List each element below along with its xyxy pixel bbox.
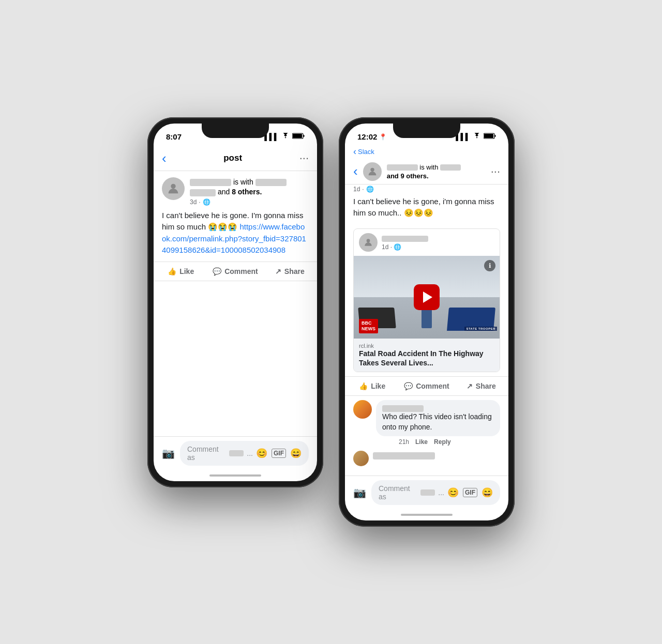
emoji-comment-icon-1[interactable]: 😊 [256, 448, 267, 459]
wifi-icon-1 [281, 133, 290, 141]
comment-button-1[interactable]: 💬 Comment [208, 263, 262, 280]
commenter-avatar-2 [353, 451, 369, 466]
action-bar-2: 👍 Like 💬 Comment ↗ Share [345, 376, 508, 396]
reply-button[interactable]: Reply [434, 438, 451, 446]
svg-point-8 [367, 239, 370, 242]
comment-icons-1: 😊 GIF 😄 [256, 448, 302, 459]
svg-point-7 [370, 167, 374, 171]
camera-icon-1[interactable]: 📷 [162, 447, 175, 459]
nav-and-text-2: nd [390, 172, 399, 180]
shared-post-header: 1d · 🌐 [354, 229, 500, 256]
slack-back-bar: ‹ Slack [345, 146, 508, 159]
comment-like-link[interactable]: Like [415, 438, 428, 446]
play-triangle [423, 292, 432, 303]
nav-bar-2: ‹ is with and 9 others. ··· [345, 159, 508, 185]
comment-icon-1: 💬 [213, 267, 221, 275]
is-with-text-1: is with [233, 178, 253, 186]
camera-icon-2[interactable]: 📷 [353, 486, 366, 499]
svg-rect-6 [495, 135, 496, 137]
notch-1 [202, 124, 269, 138]
like-button-1[interactable]: 👍 Like [154, 263, 208, 280]
comment-user-blur-2 [420, 489, 435, 496]
like-button-2[interactable]: 👍 Like [345, 378, 399, 394]
svg-rect-1 [293, 134, 302, 138]
emoji-comment-icon-2[interactable]: 😊 [447, 487, 459, 498]
more-button-1[interactable]: ··· [299, 151, 309, 165]
globe-icon-2: 🌐 [366, 186, 374, 193]
bbc-logo: BBC NEWS [359, 319, 378, 333]
post-name-line-1: is with and 8 others. [190, 177, 309, 197]
comment-bar-1: 📷 Comment as ... 😊 GIF 😄 [154, 436, 317, 470]
sticker-icon-2[interactable]: 😄 [482, 487, 493, 498]
comment-input-1[interactable]: Comment as ... 😊 GIF 😄 [180, 441, 309, 466]
slack-back-chevron[interactable]: ‹ [353, 146, 356, 157]
like-label-1: Like [179, 267, 194, 275]
comment-ellipsis-1: ... [247, 449, 253, 457]
back-button-1[interactable]: ‹ [162, 150, 167, 166]
phone-2-screen: 12:02 📍 ▌▌▌ ‹ Slack [345, 124, 508, 521]
share-icon-2: ↗ [467, 382, 473, 390]
blurred-nav-name-2 [387, 164, 418, 171]
phones-container: 8:07 ▌▌▌ ‹ post ··· [147, 117, 515, 527]
time-1: 8:07 [166, 132, 182, 141]
play-button[interactable] [414, 284, 440, 310]
home-bar-1 [209, 474, 261, 477]
battery-icon-1 [292, 133, 305, 141]
more-button-2[interactable]: ··· [491, 165, 500, 178]
status-icons-2: ▌▌▌ [456, 133, 496, 141]
nav-is-with: is with [419, 163, 438, 171]
svg-rect-5 [484, 134, 493, 138]
gif-icon-2[interactable]: GIF [463, 488, 477, 497]
empty-space-1 [154, 281, 317, 436]
blurred-shared-user [382, 236, 428, 242]
sub-header-2: 1d · 🌐 [345, 185, 508, 196]
comment-label-1: Comment [224, 267, 258, 275]
svg-point-3 [171, 183, 175, 188]
comment-text: Who died? This video isn't loading onto … [382, 412, 494, 432]
link-preview: rcl.ink Fatal Road Accident In The Highw… [354, 339, 500, 372]
action-bar-1: 👍 Like 💬 Comment ↗ Share [154, 262, 317, 281]
post-meta-1: 3d · 🌐 [190, 198, 309, 206]
shared-avatar [359, 233, 378, 252]
news-text: NEWS [362, 326, 375, 332]
sticker-icon-1[interactable]: 😄 [290, 448, 302, 459]
comment-input-2[interactable]: Comment as ... 😊 GIF 😄 [371, 480, 500, 505]
state-trooper-label: STATE TROOPER [464, 327, 497, 331]
back-button-2[interactable]: ‹ [353, 163, 358, 179]
dot-sep-2: · [362, 186, 364, 193]
info-icon[interactable]: ℹ [484, 260, 495, 271]
shared-time: 1d [382, 243, 388, 251]
slack-label[interactable]: Slack [358, 148, 374, 156]
status-icons-1: ▌▌▌ [264, 133, 305, 141]
and-text-1: and [218, 188, 230, 196]
gif-icon-1[interactable]: GIF [272, 449, 286, 458]
avatar-1 [162, 177, 185, 200]
signal-icon-2: ▌▌▌ [456, 133, 470, 141]
comment-button-2[interactable]: 💬 Comment [399, 378, 454, 394]
share-button-2[interactable]: ↗ Share [454, 378, 508, 394]
shared-post-meta: 1d · 🌐 [382, 243, 428, 251]
comment-time: 21h [399, 438, 409, 446]
video-thumbnail[interactable]: STATE TROOPER BBC NEWS [354, 256, 500, 339]
blurred-tagged-1 [255, 179, 287, 186]
commenter-avatar [353, 400, 372, 419]
dot-sep-1: · [199, 198, 200, 206]
blurred-commenter-2 [373, 452, 435, 459]
shared-post-card[interactable]: 1d · 🌐 [353, 228, 500, 372]
nav-name-2: is with [387, 163, 486, 172]
home-indicator-1 [154, 470, 317, 481]
comment-placeholder-2: Comment as [379, 484, 417, 501]
comment-placeholder-1: Comment as [187, 445, 226, 462]
nav-others-2: and 9 others. [387, 172, 486, 180]
location-icon-2: 📍 [379, 133, 387, 141]
share-button-1[interactable]: ↗ Share [263, 263, 317, 280]
nav-user-info-2: is with and 9 others. [387, 163, 486, 180]
share-icon-1: ↗ [275, 267, 281, 275]
blurred-commenter [382, 405, 424, 412]
comment-item-2 [353, 451, 500, 466]
globe-icon-1: 🌐 [203, 198, 210, 206]
blurred-name-1 [190, 179, 231, 186]
comment-label-2: Comment [416, 382, 449, 390]
link-domain: rcl.ink [359, 343, 494, 349]
link-title: Fatal Road Accident In The Highway Takes… [359, 349, 494, 367]
